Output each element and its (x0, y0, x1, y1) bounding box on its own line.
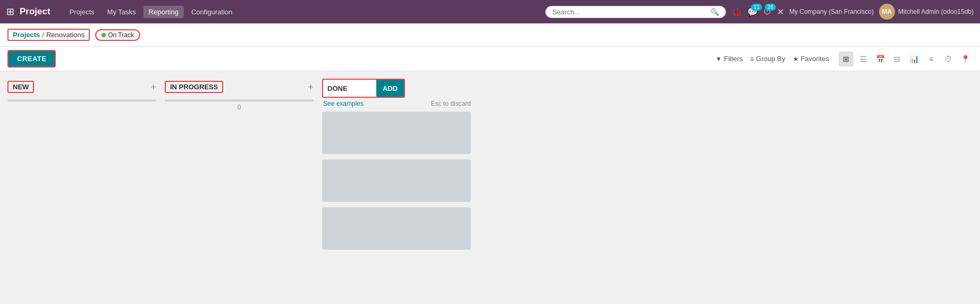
chat-icon[interactable]: 💬 11 (747, 7, 758, 17)
column-new-header: NEW + (7, 79, 156, 95)
view-switcher: ⊞ ☰ 📅 ⊟ 📊 ≡ ⏱ 📍 (839, 52, 973, 66)
nav-configuration[interactable]: Configuration (186, 6, 238, 18)
card-placeholder-1 (322, 112, 471, 154)
card-placeholder-3 (322, 207, 471, 250)
create-button[interactable]: CREATE (7, 50, 56, 67)
favorites-button[interactable]: ★ Favorites (793, 55, 829, 63)
clock-icon[interactable]: ⏱ 26 (763, 7, 772, 16)
nav-reporting[interactable]: Reporting (143, 6, 184, 18)
column-in-progress-title: IN PROGRESS (165, 81, 223, 93)
column-in-progress-progress (165, 99, 314, 102)
column-in-progress-add-button[interactable]: + (308, 82, 314, 92)
column-in-progress-count: 0 (165, 104, 314, 111)
column-in-progress-header: IN PROGRESS + (165, 79, 314, 95)
group-by-icon: ≡ (750, 55, 754, 63)
filters-button[interactable]: ▼ Filters (715, 55, 742, 63)
view-list[interactable]: ☰ (856, 52, 871, 66)
nav-projects[interactable]: Projects (64, 6, 100, 18)
view-activity[interactable]: ≡ (924, 52, 939, 66)
column-new-progress (7, 99, 156, 102)
column-done-input[interactable] (323, 82, 376, 95)
toolbar-left: CREATE (7, 50, 56, 67)
view-clock[interactable]: ⏱ (941, 52, 956, 66)
main-menu: Projects My Tasks Reporting Configuratio… (64, 6, 543, 18)
toolbar: CREATE ▼ Filters ≡ Group By ★ Favorites … (0, 47, 980, 71)
close-icon[interactable]: ✕ (777, 7, 784, 17)
avatar: MA (879, 4, 895, 20)
search-icon[interactable]: 🔍 (711, 8, 719, 16)
view-calendar[interactable]: 📅 (873, 52, 888, 66)
toolbar-right: ▼ Filters ≡ Group By ★ Favorites ⊞ ☰ 📅 ⊟… (715, 52, 973, 66)
breadcrumb-projects[interactable]: Projects (13, 31, 40, 39)
search-bar[interactable]: 🔍 (545, 6, 726, 18)
group-by-button[interactable]: ≡ Group By (750, 55, 785, 63)
done-hints: See examples Esc to discard (322, 100, 471, 107)
view-pivot[interactable]: ⊟ (890, 52, 905, 66)
view-chart[interactable]: 📊 (907, 52, 922, 66)
app-title: Project (20, 6, 50, 17)
status-badge[interactable]: On Track (95, 29, 140, 41)
card-placeholder-2 (322, 159, 471, 202)
username: Mitchell Admin (odoo15db) (898, 8, 974, 15)
nav-my-tasks[interactable]: My Tasks (102, 6, 141, 18)
grid-icon[interactable]: ⊞ (6, 6, 14, 18)
topnav-right: 🔍 🐞 💬 11 ⏱ 26 ✕ My Company (San Francisc… (545, 4, 974, 20)
kanban-board: NEW + IN PROGRESS + 0 ADD See examples E… (0, 71, 980, 301)
column-in-progress: IN PROGRESS + 0 (165, 79, 314, 115)
bug-icon[interactable]: 🐞 (731, 7, 742, 17)
user-menu[interactable]: MA Mitchell Admin (odoo15db) (879, 4, 974, 20)
column-done: ADD See examples Esc to discard (322, 79, 471, 255)
filter-group: ▼ Filters ≡ Group By ★ Favorites (715, 55, 829, 63)
column-done-add-button[interactable]: ADD (376, 80, 404, 97)
breadcrumb-current: Renovations (46, 31, 85, 39)
view-kanban[interactable]: ⊞ (839, 52, 854, 66)
status-dot (102, 33, 106, 37)
breadcrumb-separator: / (42, 31, 44, 39)
chat-badge: 11 (751, 4, 762, 11)
clock-badge: 26 (765, 4, 776, 11)
breadcrumb-bar: Projects / Renovations On Track (0, 23, 980, 47)
esc-hint: Esc to discard (431, 100, 471, 107)
view-map[interactable]: 📍 (958, 52, 973, 66)
top-navigation: ⊞ Project Projects My Tasks Reporting Co… (0, 0, 980, 23)
column-done-header: ADD (322, 79, 471, 98)
see-examples-link[interactable]: See examples (322, 100, 364, 107)
star-icon: ★ (793, 55, 799, 63)
search-input[interactable] (552, 8, 711, 16)
breadcrumb: Projects / Renovations (7, 29, 90, 41)
column-new-add-button[interactable]: + (150, 82, 156, 92)
column-new: NEW + (7, 79, 156, 104)
filter-icon: ▼ (715, 55, 722, 63)
column-new-title: NEW (7, 81, 34, 93)
done-input-wrapper: ADD (322, 79, 405, 98)
company-name: My Company (San Francisco) (789, 8, 874, 15)
status-label: On Track (108, 31, 134, 39)
